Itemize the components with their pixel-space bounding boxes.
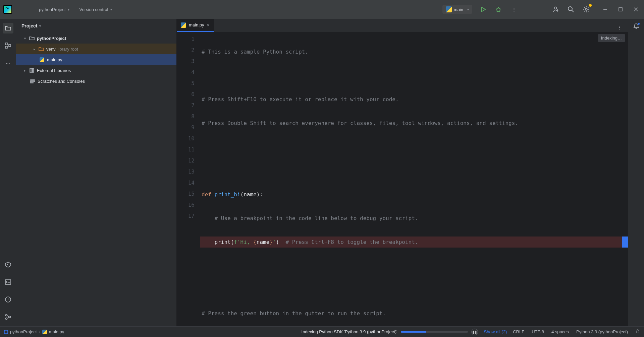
right-tool-strip	[628, 19, 644, 326]
indent-status[interactable]: 4 spaces	[551, 329, 569, 334]
tree-project-root[interactable]: ▾ pythonProject	[16, 33, 176, 44]
scratches-icon	[30, 78, 36, 84]
tree-external-libs[interactable]: ▸ External Libraries	[16, 65, 176, 76]
left-tool-strip: ⋯	[0, 19, 16, 326]
editor-tab-main[interactable]: main.py ×	[177, 19, 214, 32]
vcs-label: Version control	[79, 7, 108, 12]
terminal-tool-button[interactable]	[3, 277, 13, 287]
svg-point-2	[568, 7, 572, 11]
tree-file-main[interactable]: main.py	[16, 54, 176, 65]
editor-area: main.py × ⋮ Indexing… 1 2 3 4 5 6 7 8 9 …	[177, 19, 628, 326]
breadcrumb[interactable]: pythonProject › main.py	[4, 329, 64, 334]
run-config-selector[interactable]: main ▾	[442, 5, 472, 14]
editor-body[interactable]: Indexing… 1 2 3 4 5 6 7 8 9 10 11 12 13 …	[177, 32, 628, 326]
indexing-status-text: Indexing Python SDK 'Python 3.9 (pythonP…	[302, 329, 397, 334]
line-number[interactable]: 15	[177, 188, 200, 199]
interpreter-status[interactable]: Python 3.9 (pythonProject)	[576, 329, 628, 334]
line-number[interactable]: 12	[177, 155, 200, 166]
line-number[interactable]: 6	[177, 89, 200, 100]
notifications-button[interactable]	[633, 23, 640, 30]
vcs-tool-button[interactable]	[3, 312, 13, 322]
debug-button[interactable]	[494, 5, 503, 14]
svg-rect-19	[4, 330, 8, 334]
show-all-tasks-link[interactable]: Show all (2)	[484, 329, 507, 334]
tree-label: venv	[46, 47, 55, 52]
services-tool-button[interactable]	[3, 259, 13, 270]
editor-gutter[interactable]: 1 2 3 4 5 6 7 8 9 10 11 12 13 14 15 16 1…	[177, 32, 200, 326]
tree-label: main.py	[47, 57, 62, 62]
chevron-right-icon[interactable]: ▸	[32, 47, 36, 51]
project-panel-header[interactable]: Project ▾	[16, 19, 176, 33]
read-only-toggle[interactable]	[635, 329, 640, 335]
line-number[interactable]: 5	[177, 78, 200, 89]
maximize-button[interactable]	[616, 5, 625, 14]
svg-rect-8	[5, 280, 11, 284]
folder-icon	[38, 46, 44, 52]
code-with-me-button[interactable]	[551, 5, 560, 14]
breadcrumb-item[interactable]: main.py	[49, 329, 64, 334]
problems-tool-button[interactable]	[3, 294, 13, 305]
chevron-down-icon[interactable]: ▾	[23, 37, 27, 40]
line-number[interactable]: 9	[177, 122, 200, 133]
svg-rect-14	[31, 68, 32, 72]
line-number[interactable]: 4	[177, 67, 200, 78]
project-name-label: pythonProject	[39, 7, 66, 12]
line-number[interactable]: 13	[177, 166, 200, 177]
close-tab-button[interactable]: ×	[207, 22, 210, 28]
line-number[interactable]: 14	[177, 177, 200, 188]
python-icon	[446, 6, 452, 12]
breadcrumb-item[interactable]: pythonProject	[10, 329, 37, 334]
line-separator-status[interactable]: CRLF	[513, 329, 524, 334]
line-number[interactable]: 8	[177, 111, 200, 122]
tree-venv-folder[interactable]: ▸ venv library root	[16, 44, 176, 54]
line-number[interactable]: 11	[177, 144, 200, 155]
line-number[interactable]: 1	[177, 33, 200, 45]
encoding-status[interactable]: UTF-8	[532, 329, 544, 334]
chevron-right-icon: ›	[39, 329, 40, 334]
svg-rect-20	[636, 331, 639, 333]
tree-tag: library root	[57, 47, 78, 52]
tree-scratches[interactable]: Scratches and Consoles	[16, 76, 176, 86]
structure-tool-button[interactable]	[3, 40, 13, 51]
titlebar: pythonProject ▾ Version control ▾ main ▾…	[0, 0, 644, 19]
project-panel: Project ▾ ▾ pythonProject ▸ venv library…	[16, 19, 177, 326]
run-button[interactable]	[478, 5, 488, 14]
python-file-icon	[42, 330, 47, 334]
tree-label: pythonProject	[37, 36, 66, 41]
line-number[interactable]: 2	[177, 45, 200, 56]
module-icon	[4, 330, 8, 334]
svg-rect-16	[31, 80, 35, 80]
line-number[interactable]: 3	[177, 56, 200, 67]
svg-point-1	[554, 7, 557, 9]
line-number[interactable]: 10	[177, 133, 200, 144]
more-actions-button[interactable]: ⋮	[509, 5, 519, 14]
svg-rect-6	[5, 46, 7, 48]
editor-more-button[interactable]: ⋮	[614, 22, 624, 32]
project-dropdown[interactable]: pythonProject ▾	[39, 7, 69, 12]
line-number[interactable]: 16	[177, 199, 200, 210]
project-tool-button[interactable]	[3, 23, 13, 33]
vcs-dropdown[interactable]: Version control ▾	[79, 7, 112, 12]
python-file-icon	[39, 57, 45, 62]
python-file-icon	[181, 22, 186, 28]
svg-point-11	[5, 318, 7, 320]
chevron-right-icon[interactable]: ▸	[23, 69, 27, 72]
svg-rect-17	[31, 81, 35, 82]
pause-indexing-button[interactable]: ❚❚	[471, 329, 478, 335]
settings-button[interactable]	[582, 5, 591, 14]
svg-point-10	[5, 315, 7, 316]
svg-rect-13	[30, 68, 31, 72]
minimize-button[interactable]	[600, 5, 610, 14]
svg-rect-4	[619, 8, 622, 11]
search-everywhere-button[interactable]	[566, 5, 576, 14]
more-tool-windows-button[interactable]: ⋯	[3, 58, 13, 68]
library-icon	[29, 68, 35, 73]
line-number[interactable]: 7	[177, 100, 200, 111]
main-menu-button[interactable]	[19, 5, 29, 14]
line-number[interactable]: 17	[177, 210, 200, 221]
svg-point-12	[9, 316, 10, 318]
tree-label: External Libraries	[37, 68, 71, 73]
close-window-button[interactable]	[631, 5, 641, 14]
code-content[interactable]: # This is a sample Python script. # Pres…	[200, 32, 628, 326]
chevron-down-icon: ▾	[39, 24, 41, 28]
